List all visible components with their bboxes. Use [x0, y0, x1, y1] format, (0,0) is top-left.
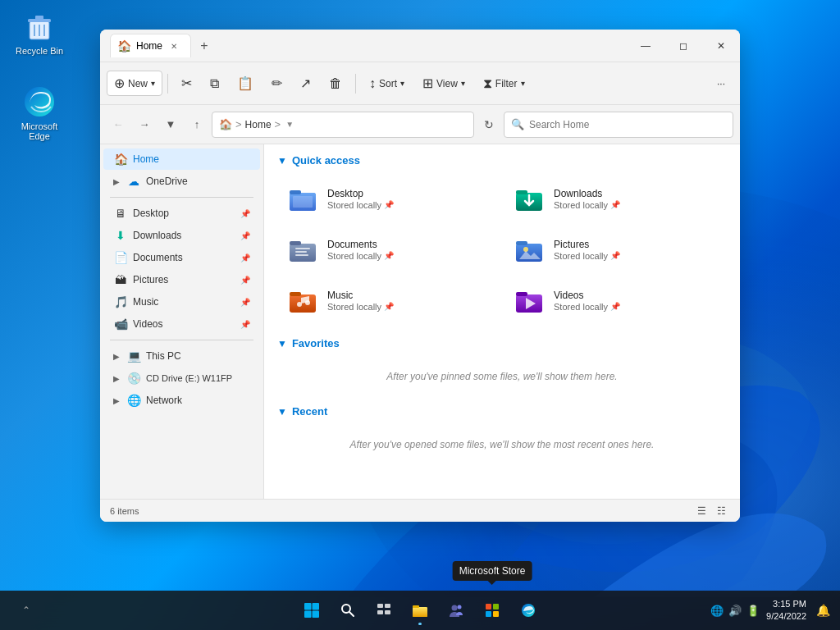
folder-item-downloads[interactable]: Downloads Stored locally 📌	[504, 175, 727, 222]
back-button[interactable]: ←	[107, 113, 130, 136]
taskbar-file-explorer-button[interactable]	[404, 594, 436, 627]
cut-icon: ✂	[181, 75, 192, 91]
sidebar-item-network[interactable]: ▶ 🌐 Network	[103, 390, 260, 411]
more-icon: ···	[717, 78, 725, 89]
search-input[interactable]	[529, 119, 726, 130]
sidebar-network-label: Network	[146, 395, 182, 406]
svg-rect-37	[377, 610, 383, 614]
tab-home[interactable]: 🏠 Home ✕	[110, 34, 191, 57]
delete-button[interactable]: 🗑	[321, 71, 350, 96]
new-tab-button[interactable]: +	[193, 34, 216, 57]
recycle-bin-label: Recycle Bin	[16, 46, 63, 56]
quick-access-title: Quick access	[292, 154, 360, 167]
sidebar-videos-pin-icon: 📌	[240, 320, 250, 329]
sidebar-item-music[interactable]: 🎵 Music 📌	[103, 291, 260, 313]
more-button[interactable]: ···	[709, 73, 733, 94]
recent-button[interactable]: ▼	[159, 113, 182, 136]
sidebar-item-thispc[interactable]: ▶ 💻 This PC	[103, 345, 260, 367]
svg-rect-17	[295, 251, 307, 253]
svg-rect-46	[486, 611, 491, 617]
refresh-button[interactable]: ↻	[477, 113, 500, 136]
folder-item-pictures[interactable]: Pictures Stored locally 📌	[504, 226, 727, 273]
paste-button[interactable]: 📋	[229, 71, 262, 96]
recent-chevron-icon[interactable]: ▼	[277, 406, 287, 418]
list-view-button[interactable]: ☰	[692, 503, 710, 519]
favorites-empty: After you've pinned some files, we'll sh…	[277, 358, 727, 395]
copy-button[interactable]: ⧉	[202, 71, 227, 96]
folder-documents-sub: Stored locally 📌	[327, 251, 394, 261]
folder-item-videos[interactable]: Videos Stored locally 📌	[504, 276, 727, 324]
main-content: 🏠 Home ▶ ☁ OneDrive 🖥 Desktop 📌 ⬇	[100, 144, 740, 499]
speaker-tray-icon[interactable]: 🔊	[728, 605, 742, 617]
notification-chevron-button[interactable]: ⌃	[10, 594, 43, 627]
battery-tray-icon[interactable]: 🔋	[746, 605, 760, 617]
view-button[interactable]: ⊞ View ▾	[414, 71, 473, 96]
path-current: Home	[245, 119, 272, 130]
folder-item-music[interactable]: Music Stored locally 📌	[277, 276, 500, 324]
share-button[interactable]: ↗	[292, 71, 319, 96]
desktop-icon-edge[interactable]: Microsoft Edge	[10, 82, 69, 144]
desktop-icon-recycle-bin[interactable]: Recycle Bin	[10, 7, 69, 59]
maximize-button[interactable]: ◻	[664, 30, 702, 62]
address-path[interactable]: 🏠 > Home > ▼	[212, 112, 474, 138]
taskbar-edge-button[interactable]	[512, 594, 545, 627]
taskbar-clock[interactable]: 3:15 PM 9/24/2022	[766, 598, 806, 623]
sidebar-pictures-label: Pictures	[133, 274, 168, 285]
grid-view-button[interactable]: ☷	[712, 503, 730, 519]
sidebar-item-documents[interactable]: 📄 Documents 📌	[103, 247, 260, 268]
new-button[interactable]: ⊕ New ▾	[107, 71, 162, 96]
favorites-chevron-icon[interactable]: ▼	[277, 338, 287, 349]
sidebar-cddrive-label: CD Drive (E:) W11FP	[146, 373, 232, 383]
sidebar-home-icon: 🏠	[113, 153, 128, 166]
sidebar-item-videos[interactable]: 📹 Videos 📌	[103, 313, 260, 335]
taskbar-search-button[interactable]	[331, 594, 364, 627]
sidebar-music-pin-icon: 📌	[240, 298, 250, 307]
system-tray-icons: 🌐 🔊 🔋	[710, 605, 760, 617]
sidebar-downloads-pin-icon: 📌	[240, 231, 250, 240]
filter-button[interactable]: ⧗ Filter ▾	[475, 71, 533, 96]
svg-rect-30	[313, 603, 320, 610]
sort-button[interactable]: ↕ Sort ▾	[361, 71, 413, 96]
network-tray-icon[interactable]: 🌐	[710, 605, 724, 617]
folder-music-icon	[286, 284, 319, 317]
forward-button[interactable]: →	[133, 113, 156, 136]
minimize-button[interactable]: —	[627, 30, 664, 62]
quick-access-chevron-icon[interactable]: ▼	[277, 155, 287, 167]
taskbar-teams-button[interactable]	[440, 594, 472, 627]
folder-item-documents[interactable]: Documents Stored locally 📌	[277, 226, 500, 273]
status-bar: 6 items ☰ ☷	[100, 499, 740, 522]
favorites-title: Favorites	[292, 337, 340, 349]
svg-rect-44	[486, 604, 491, 609]
svg-rect-13	[516, 190, 527, 194]
taskbar: ⌃	[0, 591, 840, 630]
new-label: New	[128, 78, 148, 89]
svg-rect-10	[290, 190, 301, 194]
file-explorer-window: 🏠 Home ✕ + — ◻ ✕ ⊕ New ▾ ✂	[100, 30, 740, 522]
up-button[interactable]: ↑	[185, 113, 208, 136]
sidebar-item-home[interactable]: 🏠 Home	[103, 148, 260, 170]
path-dropdown-icon: ▼	[285, 120, 294, 129]
folder-item-desktop[interactable]: Desktop Stored locally 📌	[277, 175, 500, 222]
new-icon: ⊕	[114, 75, 125, 91]
start-button[interactable]	[295, 594, 328, 627]
svg-rect-47	[493, 611, 499, 617]
notification-bell-icon[interactable]: 🔔	[816, 604, 830, 617]
tab-close-button[interactable]: ✕	[167, 39, 180, 52]
sidebar-item-pictures[interactable]: 🏔 Pictures 📌	[103, 269, 260, 290]
close-button[interactable]: ✕	[702, 30, 740, 62]
network-icon: 🌐	[126, 394, 141, 407]
sidebar-documents-pin-icon: 📌	[240, 253, 250, 262]
sidebar-item-desktop[interactable]: 🖥 Desktop 📌	[103, 203, 260, 224]
sidebar-item-onedrive[interactable]: ▶ ☁ OneDrive	[103, 171, 260, 192]
filter-label: Filter	[495, 78, 518, 89]
taskbar-store-button[interactable]	[476, 594, 509, 627]
folder-documents-icon	[286, 233, 319, 266]
folder-pictures-icon	[513, 233, 546, 266]
search-box[interactable]: 🔍	[504, 112, 733, 138]
sidebar-item-cddrive[interactable]: ▶ 💿 CD Drive (E:) W11FP	[103, 368, 260, 389]
task-view-button[interactable]	[368, 594, 400, 627]
sidebar-pictures-icon: 🏔	[113, 273, 128, 286]
sidebar-item-downloads[interactable]: ⬇ Downloads 📌	[103, 225, 260, 246]
cut-button[interactable]: ✂	[173, 71, 200, 96]
rename-button[interactable]: ✏	[263, 71, 290, 96]
